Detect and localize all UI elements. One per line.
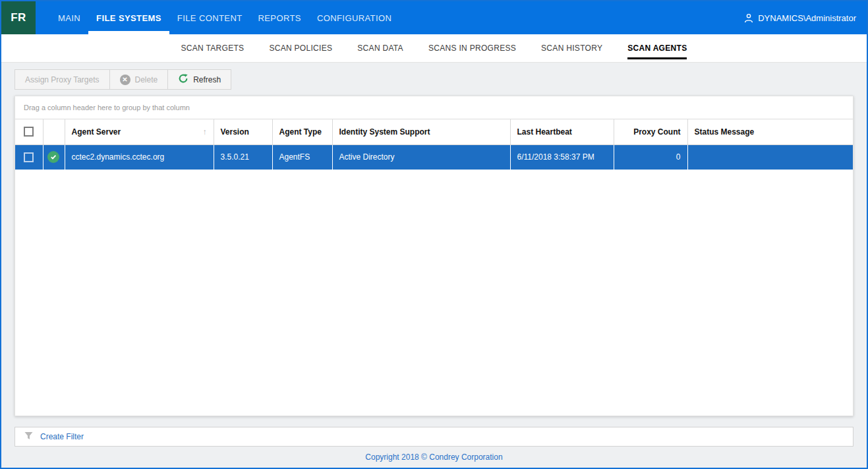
cell-proxy-count: 0 [614,144,687,170]
tab-scan-policies[interactable]: SCAN POLICIES [269,34,332,62]
tab-scan-agents[interactable]: SCAN AGENTS [627,34,687,62]
user-name: DYNAMICS\Administrator [758,13,856,23]
nav-item-file-content[interactable]: FILE CONTENT [169,1,250,34]
tab-scan-history[interactable]: SCAN HISTORY [541,34,602,62]
column-header-version[interactable]: Version [214,119,272,144]
tab-scans-in-progress[interactable]: SCANS IN PROGRESS [428,34,516,62]
nav-item-configuration[interactable]: CONFIGURATION [309,1,399,34]
toolbar: Assign Proxy Targets ✕ Delete Refresh [1,63,867,96]
column-header-last-heartbeat[interactable]: Last Heartbeat [510,119,614,144]
main-navigation: MAIN FILE SYSTEMS FILE CONTENT REPORTS C… [50,1,399,34]
refresh-label: Refresh [193,75,221,84]
create-filter-link[interactable]: Create Filter [40,432,84,441]
refresh-icon [178,73,188,86]
delete-button[interactable]: ✕ Delete [110,70,169,89]
sub-navigation: SCAN TARGETS SCAN POLICIES SCAN DATA SCA… [1,34,867,63]
group-by-drop-zone: Drag a column header here to group by th… [15,96,853,119]
refresh-button[interactable]: Refresh [168,70,231,89]
column-header-status-message[interactable]: Status Message [687,119,853,144]
agents-table: Agent Server ↑ Version Agent Type Identi… [15,119,853,170]
row-checkbox[interactable] [24,152,34,162]
sort-ascending-icon: ↑ [203,127,207,137]
assign-proxy-targets-button[interactable]: Assign Proxy Targets [15,70,110,89]
tab-scan-data[interactable]: SCAN DATA [357,34,403,62]
table-row-agent[interactable]: cctec2.dynamics.cctec.org 3.5.0.21 Agent… [15,144,853,170]
header-row: Agent Server ↑ Version Agent Type Identi… [15,119,853,144]
tab-scan-targets[interactable]: SCAN TARGETS [181,34,245,62]
delete-label: Delete [135,75,158,84]
cell-agent-server: cctec2.dynamics.cctec.org [65,144,214,170]
nav-item-reports[interactable]: REPORTS [250,1,309,34]
filter-bar: Create Filter [14,427,854,447]
agent-ok-status-icon [47,151,59,163]
column-header-proxy-count[interactable]: Proxy Count [614,119,687,144]
cell-agent-type: AgentFS [272,144,332,170]
user-icon [744,13,753,23]
column-header-identity-system-support[interactable]: Identity System Support [332,119,510,144]
select-all-checkbox[interactable] [24,127,34,137]
row-status-cell [43,144,65,170]
top-bar: FR MAIN FILE SYSTEMS FILE CONTENT REPORT… [1,1,867,34]
row-select-cell [15,144,43,170]
funnel-icon [24,431,33,443]
app-logo[interactable]: FR [1,1,36,34]
nav-item-file-systems[interactable]: FILE SYSTEMS [88,1,169,34]
cell-identity-system-support: Active Directory [332,144,510,170]
cell-version: 3.5.0.21 [214,144,272,170]
nav-item-main[interactable]: MAIN [50,1,88,34]
status-icon-header [43,119,65,144]
user-menu[interactable]: DYNAMICS\Administrator [744,1,867,34]
cell-status-message [687,144,853,170]
column-header-agent-type[interactable]: Agent Type [272,119,332,144]
column-header-agent-server[interactable]: Agent Server ↑ [65,119,214,144]
delete-icon: ✕ [120,75,130,85]
copyright-text: Copyright 2018 © Condrey Corporation [1,447,867,462]
toolbar-button-group: Assign Proxy Targets ✕ Delete Refresh [14,69,231,90]
assign-proxy-targets-label: Assign Proxy Targets [25,75,100,84]
scan-agents-grid: Drag a column header here to group by th… [14,96,854,416]
select-all-header [15,119,43,144]
cell-last-heartbeat: 6/11/2018 3:58:37 PM [510,144,614,170]
